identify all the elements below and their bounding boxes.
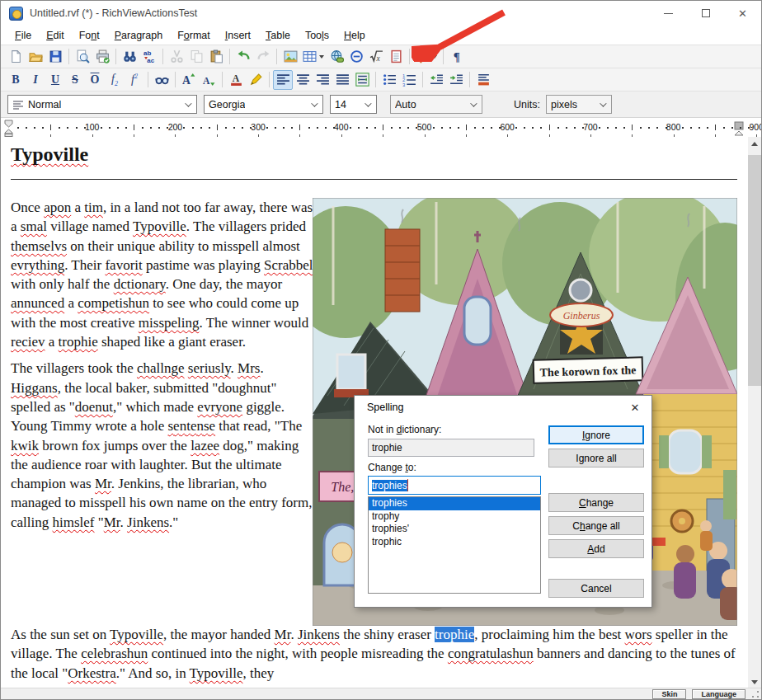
svg-text:A: A bbox=[416, 49, 421, 59]
superscript-icon: f2 bbox=[131, 73, 138, 87]
insert-equation-button[interactable]: x bbox=[366, 47, 386, 67]
menu-file[interactable]: File bbox=[7, 27, 39, 44]
insert-document-button[interactable] bbox=[386, 47, 406, 67]
style-combo[interactable]: Normal bbox=[7, 95, 197, 114]
menu-insert[interactable]: Insert bbox=[218, 27, 258, 44]
decrease-indent-button[interactable] bbox=[426, 70, 446, 90]
subscript-button[interactable]: f2 bbox=[105, 70, 125, 90]
replace-button[interactable]: abac bbox=[139, 47, 159, 67]
toolbar-separator bbox=[422, 72, 423, 87]
increase-indent-button[interactable] bbox=[446, 70, 466, 90]
superscript-button[interactable]: f2 bbox=[125, 70, 144, 90]
insert-picture-button[interactable] bbox=[280, 47, 300, 67]
suggestion-item[interactable]: trophies bbox=[369, 497, 540, 510]
menu-tools[interactable]: Tools bbox=[298, 27, 336, 44]
skin-button[interactable]: Skin bbox=[652, 689, 686, 699]
menu-font[interactable]: Font bbox=[72, 27, 107, 44]
paste-button[interactable] bbox=[206, 47, 226, 67]
save-file-button[interactable] bbox=[45, 47, 65, 67]
formatting-marks-icon: ¶ bbox=[450, 49, 464, 63]
menu-format[interactable]: Format bbox=[170, 27, 218, 44]
readability-glasses-icon bbox=[155, 73, 169, 87]
shrink-font-button[interactable]: A bbox=[199, 70, 219, 90]
subscript-icon: f2 bbox=[111, 73, 118, 87]
ignore-button[interactable]: Ignore bbox=[548, 425, 644, 444]
font-size-combo[interactable]: 14 bbox=[330, 95, 377, 114]
menu-paragraph[interactable]: Paragraph bbox=[107, 27, 170, 44]
change-button[interactable]: Change bbox=[548, 493, 644, 512]
cancel-button[interactable]: Cancel bbox=[548, 579, 644, 598]
print-button[interactable] bbox=[92, 47, 112, 67]
resize-grip[interactable] bbox=[751, 690, 760, 698]
overline-icon: O bbox=[91, 73, 100, 87]
suggestions-listbox[interactable]: trophiestrophytrophies'trophic bbox=[368, 496, 541, 594]
align-left-button[interactable] bbox=[273, 70, 293, 90]
strikethrough-button[interactable]: S bbox=[65, 70, 85, 90]
underline-button[interactable]: U bbox=[45, 70, 65, 90]
readability-glasses-button[interactable] bbox=[152, 70, 172, 90]
align-right-button[interactable] bbox=[313, 70, 332, 90]
not-in-dictionary-field[interactable]: trophie bbox=[368, 439, 534, 457]
italic-button[interactable]: I bbox=[26, 70, 45, 90]
story-text-column: Once apon a tim, in a land not too far a… bbox=[11, 198, 316, 539]
font-size-value: 14 bbox=[335, 99, 346, 110]
spell-check-button[interactable]: AB bbox=[413, 47, 440, 67]
find-button[interactable] bbox=[120, 47, 139, 67]
formatting-marks-button[interactable]: ¶ bbox=[447, 47, 467, 67]
suggestion-item[interactable]: trophy bbox=[369, 510, 540, 524]
add-button[interactable]: Add bbox=[548, 539, 644, 558]
minimize-button[interactable] bbox=[650, 1, 687, 26]
font-combo[interactable]: Georgia bbox=[204, 95, 323, 114]
menu-table[interactable]: Table bbox=[258, 27, 298, 44]
svg-text:A: A bbox=[232, 73, 239, 84]
ignore-all-button[interactable]: Ignore all bbox=[548, 449, 644, 467]
new-document-button[interactable] bbox=[6, 47, 26, 67]
left-indent-marker[interactable] bbox=[4, 120, 14, 137]
underline-icon: U bbox=[51, 73, 59, 87]
menu-edit[interactable]: Edit bbox=[39, 27, 72, 44]
scroll-up-button[interactable] bbox=[748, 137, 761, 151]
dialog-close-button[interactable]: ✕ bbox=[619, 396, 651, 419]
undo-button[interactable] bbox=[233, 47, 253, 67]
units-combo[interactable]: pixels bbox=[546, 95, 612, 114]
align-center-button[interactable] bbox=[293, 70, 313, 90]
bullet-list-button[interactable] bbox=[379, 70, 399, 90]
selected-word: trophie bbox=[435, 627, 474, 642]
overline-button[interactable]: O bbox=[85, 70, 105, 90]
spelling-dialog-titlebar[interactable]: Spelling ✕ bbox=[355, 396, 651, 419]
change-to-input[interactable]: trophies bbox=[368, 476, 541, 495]
suggestion-item[interactable]: trophies' bbox=[369, 523, 540, 536]
story-paragraph: The villagers took the challnge seriusly… bbox=[11, 359, 316, 532]
language-button[interactable]: Language bbox=[692, 689, 746, 699]
zoom-combo[interactable]: Auto bbox=[390, 95, 482, 114]
font-value: Georgia bbox=[209, 99, 245, 110]
suggestion-item[interactable]: trophic bbox=[369, 536, 540, 549]
align-full-justify-button[interactable] bbox=[352, 70, 372, 90]
save-file-icon bbox=[49, 49, 63, 63]
grow-font-button[interactable]: A bbox=[179, 70, 199, 90]
vertical-scrollbar[interactable] bbox=[748, 137, 761, 689]
align-justify-button[interactable] bbox=[332, 70, 352, 90]
italic-icon: I bbox=[33, 73, 37, 87]
print-preview-button[interactable] bbox=[73, 47, 92, 67]
font-color-button[interactable]: A bbox=[226, 70, 246, 90]
text-highlight-button[interactable] bbox=[246, 70, 266, 90]
cut-button[interactable] bbox=[167, 47, 186, 67]
ruler-label: 700 bbox=[583, 122, 598, 132]
copy-button[interactable] bbox=[186, 47, 206, 67]
right-indent-marker[interactable] bbox=[733, 121, 745, 137]
svg-text:¶: ¶ bbox=[453, 50, 459, 63]
maximize-button[interactable] bbox=[687, 1, 724, 26]
change-all-button[interactable]: Change all bbox=[548, 516, 644, 535]
scroll-thumb[interactable] bbox=[748, 155, 761, 386]
redo-button[interactable] bbox=[253, 47, 273, 67]
paragraph-color-button[interactable] bbox=[473, 70, 493, 90]
open-file-button[interactable] bbox=[26, 47, 45, 67]
insert-hyperlink-button[interactable] bbox=[327, 47, 346, 67]
close-button[interactable]: ✕ bbox=[724, 1, 761, 26]
insert-symbol-button[interactable] bbox=[346, 47, 366, 67]
menu-help[interactable]: Help bbox=[336, 27, 373, 44]
numbered-list-button[interactable]: 123 bbox=[399, 70, 419, 90]
bold-button[interactable]: B bbox=[6, 70, 26, 90]
insert-table-button[interactable] bbox=[300, 47, 327, 67]
